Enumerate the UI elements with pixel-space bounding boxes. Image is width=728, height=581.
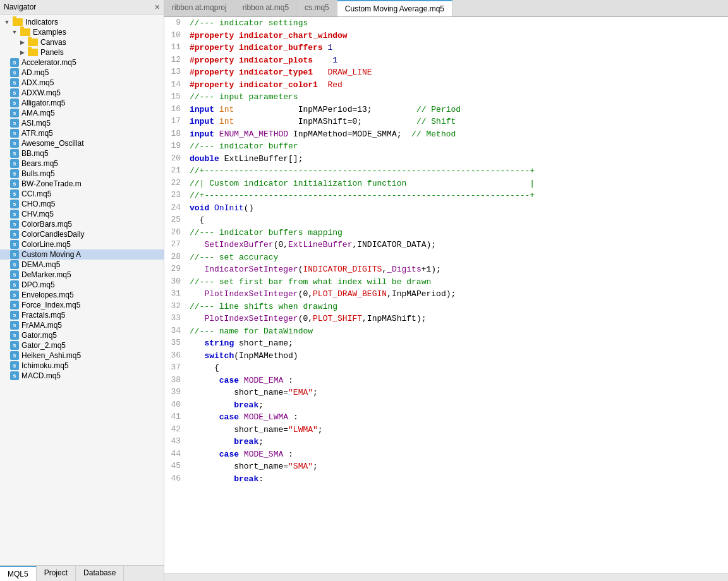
navigator-close-button[interactable]: ×	[155, 2, 160, 12]
line-code[interactable]: //--- set accuracy	[187, 251, 728, 264]
tree-item-file[interactable]: 5 Ichimoku.mq5	[0, 361, 164, 371]
line-number: 9	[164, 17, 187, 30]
tree-item-file[interactable]: 5 ColorBars.mq5	[0, 219, 164, 229]
line-code[interactable]: case MODE_EMA :	[187, 374, 728, 387]
tree-item-file[interactable]: 5 ColorCandlesDaily	[0, 229, 164, 239]
line-code[interactable]: short_name="LWMA";	[187, 424, 728, 436]
tree-item-examples[interactable]: ▼ Examples	[0, 27, 164, 37]
line-code[interactable]: case MODE_LWMA :	[187, 411, 728, 424]
tree-item-file[interactable]: 5 ColorLine.mq5	[0, 239, 164, 249]
tree-item-file[interactable]: 5 ASI.mq5	[0, 118, 164, 128]
line-code[interactable]: #property indicator_plots 1	[187, 54, 728, 67]
line-code[interactable]: //| Custom indicator initialization func…	[187, 177, 728, 190]
line-code[interactable]: #property indicator_buffers 1	[187, 42, 728, 54]
line-code[interactable]: #property indicator_color1 Red	[187, 79, 728, 92]
line-code[interactable]: {	[187, 362, 728, 374]
line-code[interactable]: //--- line shifts when drawing	[187, 301, 728, 313]
tree-item-file[interactable]: 5 Bulls.mq5	[0, 169, 164, 179]
tree-item-file[interactable]: 5 Alligator.mq5	[0, 98, 164, 108]
nav-tab-mql5[interactable]: MQL5	[0, 566, 37, 581]
line-code[interactable]: input ENUM_MA_METHOD InpMAMethod=MODE_SM…	[187, 128, 728, 141]
code-line-15: 15 //--- input parameters	[164, 91, 728, 104]
tree-item-file[interactable]: 5 MACD.mq5	[0, 371, 164, 381]
line-code[interactable]: //--- indicator settings	[187, 17, 728, 30]
code-line-30: 30 //--- set first bar from what index w…	[164, 276, 728, 289]
line-code[interactable]: input int InpMAPeriod=13; // Period	[187, 104, 728, 116]
line-code[interactable]: //--- indicator buffer	[187, 140, 728, 153]
tree-item-file[interactable]: 5 DPO.mq5	[0, 280, 164, 290]
tree-item-file[interactable]: 5 ADX.mq5	[0, 78, 164, 88]
line-code[interactable]: {	[187, 214, 728, 227]
tree-item-file[interactable]: 5 Gator_2.mq5	[0, 340, 164, 350]
line-number: 38	[164, 374, 187, 387]
line-code[interactable]: //--- input parameters	[187, 91, 728, 104]
line-code[interactable]: //--- set first bar from what index will…	[187, 276, 728, 289]
line-code[interactable]: switch(InpMAMethod)	[187, 350, 728, 362]
tree-item-file[interactable]: 5 Heiken_Ashi.mq5	[0, 350, 164, 361]
line-code[interactable]: SetIndexBuffer(0,ExtLineBuffer,INDICATOR…	[187, 239, 728, 251]
code-area[interactable]: 9 //--- indicator settings 10 #property …	[164, 17, 728, 573]
line-code[interactable]: double ExtLineBuffer[];	[187, 153, 728, 165]
line-code[interactable]: break;	[187, 399, 728, 412]
file-icon: 5	[10, 301, 19, 309]
tab-cs-mq5[interactable]: cs.mq5	[297, 0, 337, 16]
folder-icon	[28, 39, 38, 46]
line-code[interactable]: #property indicator_type1 DRAW_LINE	[187, 66, 728, 79]
line-code[interactable]: case MODE_SMA :	[187, 448, 728, 461]
tree-item-file[interactable]: 5 CCI.mq5	[0, 189, 164, 199]
tree-item-file[interactable]: 5 Accelerator.mq5	[0, 57, 164, 68]
tree-item-file[interactable]: 5 Force_Index.mq5	[0, 300, 164, 310]
nav-tab-project[interactable]: Project	[37, 566, 76, 581]
line-code[interactable]: //--- indicator buffers mapping	[187, 227, 728, 239]
tree-item-file[interactable]: 5 BW-ZoneTrade.m	[0, 179, 164, 189]
tree-item-file[interactable]: 5 Bears.mq5	[0, 159, 164, 169]
file-icon: 5	[10, 260, 19, 269]
nav-tab-database[interactable]: Database	[76, 566, 124, 581]
line-code[interactable]: IndicatorSetInteger(INDICATOR_DIGITS,_Di…	[187, 263, 728, 276]
code-line-12: 12 #property indicator_plots 1	[164, 54, 728, 67]
tab-ribbon-mq5[interactable]: ribbon at.mq5	[235, 0, 297, 16]
tree-item-file[interactable]: 5 Envelopes.mq5	[0, 290, 164, 300]
line-code[interactable]: input int InpMAShift=0; // Shift	[187, 116, 728, 128]
line-code[interactable]: break;	[187, 436, 728, 448]
line-code[interactable]: //--- name for DataWindow	[187, 325, 728, 338]
tree-item-file[interactable]: 5 ADXW.mq5	[0, 88, 164, 98]
tree-item-canvas[interactable]: ▶ Canvas	[0, 37, 164, 47]
tree-item-file[interactable]: 5 Awesome_Oscillat	[0, 138, 164, 148]
tree-label: CCI.mq5	[21, 189, 51, 198]
expand-icon: ▼	[10, 28, 19, 37]
line-code[interactable]: short_name="SMA";	[187, 460, 728, 473]
tree-label: Awesome_Oscillat	[21, 139, 83, 148]
horizontal-scrollbar[interactable]	[164, 573, 728, 581]
line-code[interactable]: short_name="EMA";	[187, 386, 728, 399]
line-code[interactable]: void OnInit()	[187, 202, 728, 215]
file-icon: 5	[10, 58, 19, 67]
line-code[interactable]: //+-------------------------------------…	[187, 189, 728, 202]
line-code[interactable]: PlotIndexSetInteger(0,PLOT_SHIFT,InpMASh…	[187, 313, 728, 325]
line-code[interactable]: PlotIndexSetInteger(0,PLOT_DRAW_BEGIN,In…	[187, 288, 728, 301]
tree-item-file[interactable]: 5 Gator.mq5	[0, 330, 164, 340]
tree-item-panels[interactable]: ▶ Panels	[0, 47, 164, 57]
tree-item-file[interactable]: 5 BB.mq5	[0, 148, 164, 159]
tree-item-indicators[interactable]: ▼ Indicators	[0, 17, 164, 27]
tree-item-file[interactable]: 5 CHV.mq5	[0, 209, 164, 219]
tab-custom-moving-average[interactable]: Custom Moving Average.mq5	[337, 0, 452, 16]
tree-item-file[interactable]: 5 Fractals.mq5	[0, 310, 164, 320]
tree-item-file[interactable]: 5 AD.mq5	[0, 68, 164, 78]
line-code[interactable]: string short_name;	[187, 337, 728, 350]
tree-item-file-custom-moving[interactable]: 5 Custom Moving A	[0, 249, 164, 260]
tree-item-file[interactable]: 5 CHO.mq5	[0, 199, 164, 209]
line-code[interactable]: //+-------------------------------------…	[187, 165, 728, 177]
line-code[interactable]: break:	[187, 473, 728, 486]
line-code[interactable]: #property indicator_chart_window	[187, 30, 728, 42]
code-line-13: 13 #property indicator_type1 DRAW_LINE	[164, 66, 728, 79]
tree-label: ColorCandlesDaily	[21, 230, 84, 239]
tree-item-file[interactable]: 5 ATR.mq5	[0, 128, 164, 138]
tree-item-file[interactable]: 5 DeMarker.mq5	[0, 270, 164, 280]
tab-ribbon-mqproj[interactable]: ribbon at.mqproj	[164, 0, 235, 16]
code-line-39: 39 short_name="EMA";	[164, 386, 728, 399]
tree-item-file[interactable]: 5 DEMA.mq5	[0, 260, 164, 270]
tree-item-file[interactable]: 5 FrAMA.mq5	[0, 320, 164, 330]
tree-item-file[interactable]: 5 AMA.mq5	[0, 108, 164, 118]
file-icon: 5	[10, 129, 19, 138]
